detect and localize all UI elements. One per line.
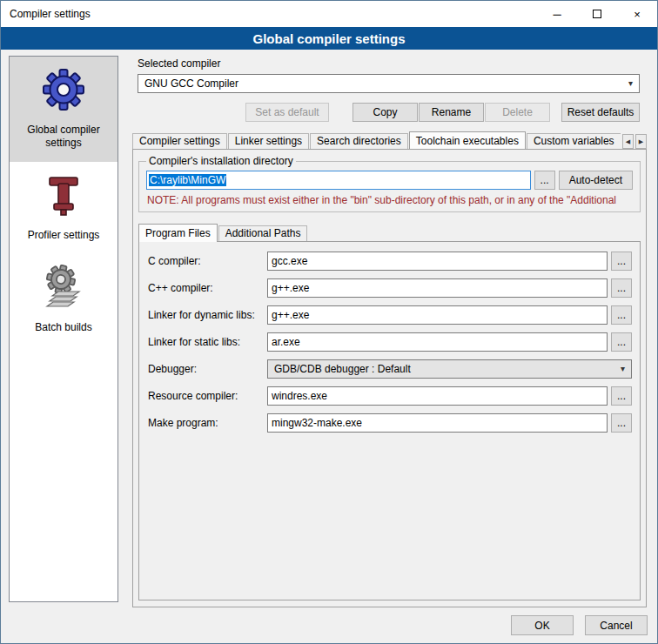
dynamic-linker-browse-button[interactable]: ... — [611, 305, 632, 325]
installation-directory-row: C:\raylib\MinGW ... Auto-detect — [146, 171, 633, 190]
toolchain-subtab-strip: Program Files Additional Paths — [138, 223, 641, 241]
tab-scroll-right-button[interactable]: ▶ — [635, 134, 647, 149]
dialog-footer: OK Cancel — [511, 615, 648, 635]
chevron-down-icon: ▾ — [628, 79, 633, 88]
resource-compiler-browse-button[interactable]: ... — [611, 386, 632, 406]
sidebar-item-profiler-settings[interactable]: Profiler settings — [10, 162, 118, 254]
cpp-compiler-input[interactable] — [267, 278, 608, 298]
tab-custom-variables[interactable]: Custom variables — [527, 133, 621, 149]
page-title: Global compiler settings — [1, 27, 657, 50]
tab-compiler-settings[interactable]: Compiler settings — [132, 133, 227, 149]
cpp-compiler-label: C++ compiler: — [148, 282, 267, 294]
form-row: Linker for dynamic libs: ... — [148, 305, 632, 325]
cancel-button[interactable]: Cancel — [585, 615, 648, 635]
static-linker-browse-button[interactable]: ... — [611, 332, 632, 352]
rename-button[interactable]: Rename — [419, 103, 484, 122]
close-button[interactable]: × — [617, 1, 657, 27]
window-controls: ─ × — [537, 1, 657, 27]
close-icon: × — [634, 8, 641, 21]
form-row: C compiler: ... — [148, 252, 632, 271]
minimize-button[interactable]: ─ — [537, 1, 577, 27]
form-row: Linker for static libs: ... — [148, 332, 632, 352]
c-compiler-label: C compiler: — [148, 255, 267, 267]
compiler-actions: Set as default Copy Rename Delete Reset … — [138, 103, 640, 122]
reset-defaults-button[interactable]: Reset defaults — [561, 103, 640, 122]
sidebar-item-label: Batch builds — [35, 321, 91, 334]
settings-sidebar: Global compiler settings Profiler settin… — [9, 56, 118, 602]
settings-tab-strip: Compiler settings Linker settings Search… — [128, 131, 651, 149]
form-row: Debugger: GDB/CDB debugger : Default ▾ — [148, 359, 632, 379]
form-row: C++ compiler: ... — [148, 278, 632, 298]
maximize-button[interactable] — [577, 1, 617, 27]
compiler-gear-icon — [41, 67, 86, 112]
debugger-label: Debugger: — [148, 363, 267, 375]
chevron-down-icon: ▾ — [621, 365, 625, 373]
window-title: Compiler settings — [1, 8, 91, 20]
make-program-browse-button[interactable]: ... — [611, 413, 632, 433]
installation-note: NOTE: All programs must exist either in … — [147, 194, 632, 206]
copy-button[interactable]: Copy — [352, 103, 418, 122]
c-compiler-input[interactable] — [267, 252, 608, 271]
resource-compiler-label: Resource compiler: — [148, 390, 267, 402]
dynamic-linker-input[interactable] — [267, 305, 608, 325]
form-row: Make program: ... — [148, 413, 632, 433]
installation-directory-input[interactable]: C:\raylib\MinGW — [146, 171, 531, 190]
tab-scroll-buttons: ◀ ▶ — [622, 134, 647, 149]
make-program-label: Make program: — [148, 417, 267, 429]
program-files-page: C compiler: ... C++ compiler: ... Linker… — [138, 241, 641, 600]
sidebar-item-batch-builds[interactable]: Batch builds — [10, 254, 118, 346]
sidebar-item-label: Global compiler settings — [11, 124, 116, 150]
set-as-default-button[interactable]: Set as default — [245, 103, 329, 122]
sidebar-item-label: Profiler settings — [28, 229, 100, 242]
auto-detect-button[interactable]: Auto-detect — [559, 171, 633, 190]
installation-directory-label: Compiler's installation directory — [146, 155, 296, 167]
tab-search-directories[interactable]: Search directories — [310, 133, 408, 149]
arrow-right-icon: ▶ — [639, 138, 643, 145]
installation-directory-value: C:\raylib\MinGW — [149, 174, 226, 186]
resource-compiler-input[interactable] — [267, 386, 608, 406]
compiler-settings-dialog: Compiler settings ─ × Global compiler se… — [0, 0, 658, 644]
form-row: Resource compiler: ... — [148, 386, 632, 406]
tab-toolchain-executables[interactable]: Toolchain executables — [409, 131, 526, 149]
toolchain-executables-page: Compiler's installation directory C:\ray… — [132, 149, 647, 607]
arrow-left-icon: ◀ — [626, 138, 630, 145]
c-compiler-browse-button[interactable]: ... — [611, 252, 632, 271]
maximize-icon — [593, 10, 601, 18]
cpp-compiler-browse-button[interactable]: ... — [611, 278, 632, 298]
subtab-additional-paths[interactable]: Additional Paths — [218, 225, 308, 241]
make-program-input[interactable] — [267, 413, 608, 433]
tab-scroll-area: Compiler settings Linker settings Search… — [132, 131, 621, 149]
selected-compiler-value: GNU GCC Compiler — [144, 77, 238, 90]
installation-directory-browse-button[interactable]: ... — [534, 171, 555, 190]
ok-button[interactable]: OK — [511, 615, 574, 635]
tab-linker-settings[interactable]: Linker settings — [228, 133, 309, 149]
batch-builds-icon — [41, 265, 86, 310]
delete-button[interactable]: Delete — [485, 103, 550, 122]
subtab-program-files[interactable]: Program Files — [138, 224, 218, 242]
main-panel: Selected compiler GNU GCC Compiler ▾ Set… — [128, 55, 651, 613]
static-linker-label: Linker for static libs: — [148, 336, 267, 348]
selected-compiler-label: Selected compiler — [138, 57, 651, 70]
installation-directory-group: Compiler's installation directory C:\ray… — [138, 155, 641, 212]
debugger-value: GDB/CDB debugger : Default — [274, 363, 411, 375]
static-linker-input[interactable] — [267, 332, 608, 352]
dynamic-linker-label: Linker for dynamic libs: — [148, 309, 267, 321]
debugger-select[interactable]: GDB/CDB debugger : Default ▾ — [267, 359, 632, 379]
tab-scroll-left-button[interactable]: ◀ — [622, 134, 634, 149]
minimize-icon: ─ — [553, 8, 561, 21]
selected-compiler-select[interactable]: GNU GCC Compiler ▾ — [138, 74, 640, 93]
profiler-icon — [41, 172, 86, 218]
sidebar-item-global-compiler-settings[interactable]: Global compiler settings — [10, 57, 118, 162]
title-bar: Compiler settings ─ × — [1, 1, 657, 27]
